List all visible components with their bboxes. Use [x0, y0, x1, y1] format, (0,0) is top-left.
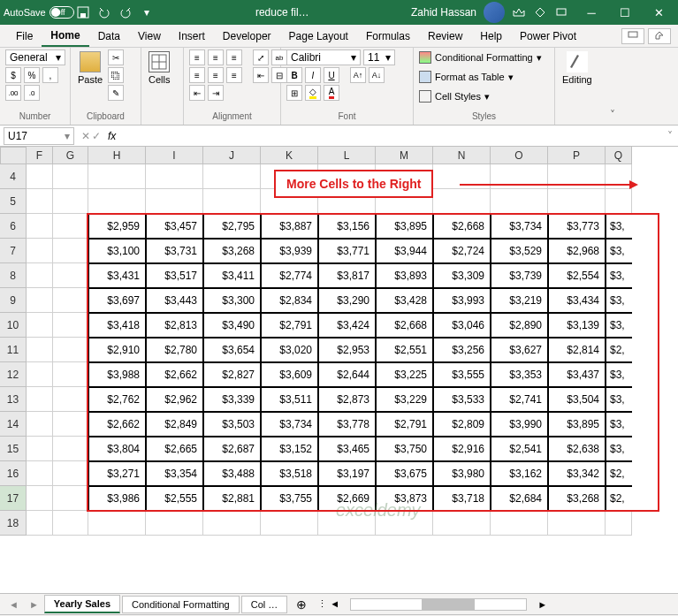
row-header[interactable]: 18 — [0, 511, 27, 536]
editing-button[interactable]: Editing — [560, 49, 594, 87]
cell[interactable]: $2,662 — [146, 362, 203, 387]
align-left-icon[interactable]: ≡ — [189, 67, 205, 83]
cell[interactable] — [27, 189, 53, 214]
align-middle-icon[interactable]: ≡ — [208, 49, 224, 65]
cell[interactable] — [203, 164, 261, 189]
cell[interactable] — [53, 412, 88, 437]
format-painter-icon[interactable]: ✎ — [108, 85, 124, 101]
tab-power-pivot[interactable]: Power Pivot — [511, 27, 585, 46]
column-header[interactable]: O — [491, 147, 548, 164]
cell[interactable]: $3,300 — [203, 288, 261, 313]
cell[interactable] — [27, 338, 53, 362]
cell[interactable]: $3, — [606, 362, 632, 387]
fill-color-icon[interactable]: ◇ — [305, 85, 321, 101]
cell[interactable]: $3,609 — [261, 362, 318, 387]
cell[interactable]: $2,968 — [548, 239, 606, 263]
cell[interactable]: $2,849 — [146, 412, 203, 437]
tab-insert[interactable]: Insert — [170, 27, 214, 46]
column-header[interactable]: G — [53, 147, 88, 164]
share-button[interactable] — [648, 28, 671, 44]
tab-formulas[interactable]: Formulas — [357, 27, 419, 46]
redo-icon[interactable] — [118, 5, 133, 19]
cell[interactable]: $3,627 — [491, 338, 548, 362]
row-header[interactable]: 4 — [0, 164, 27, 189]
cells-button[interactable]: Cells — [147, 49, 171, 87]
column-header[interactable]: M — [376, 147, 433, 164]
cell[interactable]: $2, — [606, 338, 632, 362]
cell[interactable]: $2,881 — [203, 486, 261, 511]
cell[interactable]: $3,529 — [491, 239, 548, 263]
cell[interactable]: $2,910 — [88, 338, 146, 362]
cell[interactable]: $3,162 — [491, 461, 548, 486]
cell[interactable]: $3,197 — [318, 461, 376, 486]
row-header[interactable]: 7 — [0, 239, 27, 263]
cell[interactable]: $3,986 — [88, 486, 146, 511]
cell[interactable]: $3,229 — [376, 387, 433, 412]
cell[interactable] — [27, 461, 53, 486]
cell[interactable]: $2,953 — [318, 338, 376, 362]
cell[interactable] — [433, 511, 491, 536]
cell[interactable]: $2,791 — [261, 313, 318, 338]
autosave-toggle[interactable]: AutoSave Off — [4, 6, 65, 19]
comments-button[interactable] — [621, 28, 644, 44]
cell[interactable] — [53, 214, 88, 239]
cell[interactable] — [203, 511, 261, 536]
cell[interactable]: $3,731 — [146, 239, 203, 263]
column-header[interactable]: L — [318, 147, 376, 164]
cell[interactable] — [27, 437, 53, 461]
name-box[interactable]: U17▾ — [4, 127, 74, 145]
conditional-formatting-button[interactable]: Conditional Formatting▾ — [419, 49, 542, 65]
cell[interactable] — [548, 189, 606, 214]
column-header[interactable]: N — [433, 147, 491, 164]
cell[interactable]: $3,555 — [433, 362, 491, 387]
column-header[interactable]: P — [548, 147, 606, 164]
cell[interactable] — [606, 511, 632, 536]
new-sheet-icon[interactable]: ⊕ — [289, 597, 314, 612]
cell[interactable]: $2,813 — [146, 313, 203, 338]
cell[interactable]: $3,268 — [203, 239, 261, 263]
cell[interactable] — [433, 189, 491, 214]
format-as-table-button[interactable]: Format as Table▾ — [419, 69, 514, 85]
cell[interactable]: $2,741 — [491, 387, 548, 412]
cell[interactable] — [53, 164, 88, 189]
cell[interactable] — [606, 189, 632, 214]
cell[interactable]: $3,944 — [376, 239, 433, 263]
cell[interactable]: $3,431 — [88, 263, 146, 288]
cell[interactable]: $3,020 — [261, 338, 318, 362]
row-header[interactable]: 15 — [0, 437, 27, 461]
cell[interactable]: $2,962 — [146, 387, 203, 412]
cell[interactable]: $3,804 — [88, 437, 146, 461]
cell[interactable]: $3,488 — [203, 461, 261, 486]
cell[interactable]: $3,718 — [433, 486, 491, 511]
cell[interactable]: $3,750 — [376, 437, 433, 461]
row-header[interactable]: 12 — [0, 362, 27, 387]
cell[interactable]: $3,139 — [548, 313, 606, 338]
cut-icon[interactable]: ✂ — [108, 49, 124, 65]
cell[interactable]: $3,773 — [548, 214, 606, 239]
worksheet-grid[interactable]: FGHIJKLMNOPQ 456789101112131415161718 $2… — [0, 147, 678, 593]
cell[interactable]: $3,817 — [318, 263, 376, 288]
increase-decimal-icon[interactable]: .00 — [5, 85, 21, 101]
cell[interactable] — [27, 288, 53, 313]
dropdown-icon[interactable]: ▾ — [140, 5, 154, 19]
cell[interactable] — [27, 486, 53, 511]
cell[interactable]: $3,225 — [376, 362, 433, 387]
column-header[interactable]: K — [261, 147, 318, 164]
cell[interactable]: $3,290 — [318, 288, 376, 313]
tab-home[interactable]: Home — [42, 26, 88, 47]
cell[interactable] — [27, 412, 53, 437]
cell[interactable] — [53, 288, 88, 313]
cell-styles-button[interactable]: Cell Styles▾ — [419, 88, 490, 104]
column-header[interactable]: J — [203, 147, 261, 164]
font-size-dropdown[interactable]: 11▾ — [363, 49, 395, 65]
cell[interactable]: $2,827 — [203, 362, 261, 387]
cell[interactable]: $3,428 — [376, 288, 433, 313]
cell[interactable] — [53, 461, 88, 486]
align-right-icon[interactable]: ≡ — [226, 67, 242, 83]
cell[interactable] — [261, 511, 318, 536]
cell[interactable]: $3,988 — [88, 362, 146, 387]
font-color-icon[interactable]: A — [324, 85, 339, 101]
cell[interactable]: $2,873 — [318, 387, 376, 412]
cell[interactable]: $2,555 — [146, 486, 203, 511]
tab-data[interactable]: Data — [89, 27, 129, 46]
